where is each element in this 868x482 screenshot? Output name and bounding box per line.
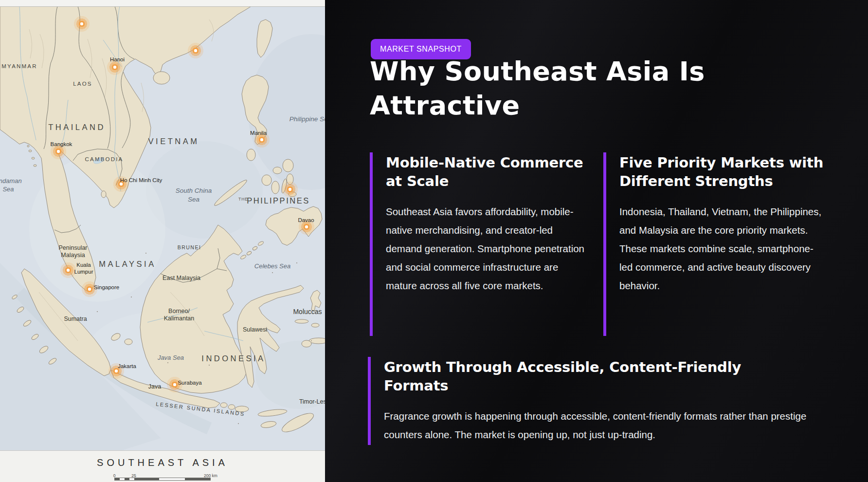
badge-label: MARKET SNAPSHOT xyxy=(380,45,462,53)
map-label-laos: LAOS xyxy=(73,81,92,87)
card-growth-formats: Growth Through Accessible, Content-Frien… xyxy=(368,357,824,445)
city-marker-unlabeled-1 xyxy=(73,16,90,32)
southeast-asia-map: MYANMAR LAOS THAILAND CAMBODIA VIETNAM M… xyxy=(0,0,325,482)
map-footer: SOUTHEAST ASIA 0 25 200 km xyxy=(0,450,325,482)
map-label-sumatra: Sumatra xyxy=(64,315,87,322)
map-label-indonesia: INDONESIA xyxy=(201,354,265,363)
map-label-philippines: PHILIPPINES xyxy=(247,196,309,205)
card-heading: Growth Through Accessible, Content-Frien… xyxy=(384,358,797,395)
map-label-sulawesi: Sulawesi xyxy=(243,326,267,333)
map-label-malaysia: MALAYSIA xyxy=(99,260,156,269)
map-label-vietnam: VIETNAM xyxy=(148,137,199,146)
card-five-priority-markets: Five Priority Markets with Different Str… xyxy=(603,152,824,336)
page-title: Why Southeast Asia Is Attractive xyxy=(370,55,754,123)
card-body: Fragrance growth is happening through ac… xyxy=(384,407,824,444)
map-label-java: Java xyxy=(148,383,161,390)
map-label-celebes-sea: Celebes Sea xyxy=(243,262,302,271)
city-marker-unlabeled-3 xyxy=(282,181,298,198)
map-label-andaman-sea: Andaman Sea xyxy=(0,177,26,194)
map-artwork xyxy=(0,0,325,482)
card-heading: Five Priority Markets with Different Str… xyxy=(619,153,824,190)
map-title: SOUTHEAST ASIA xyxy=(0,457,325,468)
map-label-brunei: BRUNEI xyxy=(178,244,201,250)
map-label-philippine-sea: Philippine Sea xyxy=(289,115,325,124)
city-marker-unlabeled-2 xyxy=(187,42,204,59)
map-label-bangkok: Bangkok xyxy=(51,141,72,147)
card-body: Southeast Asia favors affordability, mob… xyxy=(386,203,588,295)
map-label-ho-chi-minh-city: Ho Chi Minh City xyxy=(120,177,162,183)
map-top-margin xyxy=(0,0,325,7)
map-label-surabaya: Surabaya xyxy=(178,380,201,386)
map-label-java-sea: Java Sea xyxy=(144,354,198,362)
map-label-timor-leste: Timor-Leste xyxy=(299,398,325,405)
map-label-peninsular-malaysia: Peninsular Malaysia xyxy=(53,244,93,260)
map-label-singapore: Singapore xyxy=(94,284,119,290)
content-panel: MARKET SNAPSHOT Why Southeast Asia Is At… xyxy=(325,0,868,482)
map-label-manila: Manila xyxy=(250,130,267,136)
map-label-hanoi: Hanoi xyxy=(110,56,125,62)
map-label-east-malaysia: East Malaysia xyxy=(163,275,200,281)
map-label-kuala-lumpur: Kuala Lumpur xyxy=(70,261,97,275)
scale-label-start: 0 xyxy=(113,473,116,478)
map-label-davao: Davao xyxy=(298,217,314,223)
card-mobile-native-commerce: Mobile-Native Commerce at Scale Southeas… xyxy=(370,152,588,336)
scale-label-end: 200 km xyxy=(204,473,217,478)
map-label-moluccas: Moluccas xyxy=(293,308,322,315)
map-label-cambodia: CAMBODIA xyxy=(85,156,124,162)
map-label-borneo-kalimantan: Borneo/ Kalimantan xyxy=(158,308,200,323)
scale-bar-segments xyxy=(114,478,211,481)
map-label-myanmar: MYANMAR xyxy=(1,63,37,69)
map-scale-bar: 0 25 200 km xyxy=(114,473,211,481)
card-heading: Mobile-Native Commerce at Scale xyxy=(386,153,588,190)
map-label-jakarta: Jakarta xyxy=(118,363,136,369)
map-label-thailand: THAILAND xyxy=(48,123,106,132)
card-body: Indonesia, Thailand, Vietnam, the Philip… xyxy=(619,203,824,295)
scale-label-mid: 25 xyxy=(131,473,136,478)
slide: MYANMAR LAOS THAILAND CAMBODIA VIETNAM M… xyxy=(0,0,868,482)
map-label-south-china-sea: South China Sea xyxy=(169,186,218,204)
